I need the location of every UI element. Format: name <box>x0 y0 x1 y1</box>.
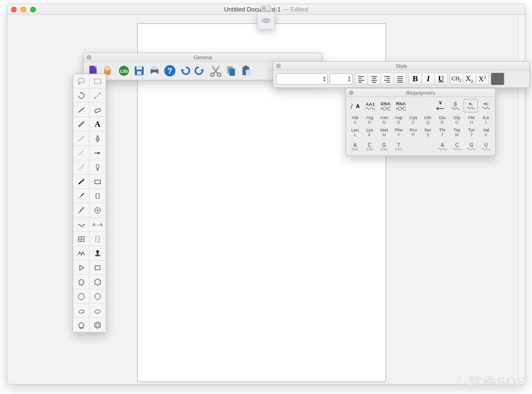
print-button[interactable] <box>148 64 161 77</box>
general-toolbar-title[interactable]: General <box>84 53 322 62</box>
dna-base-G[interactable]: G <box>377 140 391 153</box>
biopolymers-toolbar-title[interactable]: Biopolymers <box>346 88 495 97</box>
undo-button[interactable] <box>178 64 192 77</box>
rna-base-C[interactable]: C <box>450 140 464 153</box>
dconfig-button[interactable]: ▾D <box>479 99 493 112</box>
amino-acid-L[interactable]: LeuL <box>348 126 362 138</box>
formula-button[interactable]: CH2 <box>450 73 463 85</box>
text-tool[interactable]: A <box>89 117 106 131</box>
amino-acid-S[interactable]: SerS <box>421 126 435 138</box>
align-right-button[interactable] <box>380 73 394 85</box>
close-style-toolbar-button[interactable] <box>276 64 281 68</box>
rectangle-tool[interactable] <box>89 175 106 189</box>
pentagon-tool[interactable] <box>73 275 89 289</box>
benzene-tool[interactable] <box>89 318 106 332</box>
align-left-button[interactable] <box>355 73 368 85</box>
redo-button[interactable] <box>194 64 207 77</box>
lasso-tool[interactable] <box>73 74 89 88</box>
cut-button[interactable] <box>209 64 222 77</box>
zoom-window-button[interactable] <box>30 7 36 12</box>
amino-acid-A[interactable]: AlaA <box>348 113 362 126</box>
amino-acid-E[interactable]: GluE <box>435 113 449 126</box>
font-size-combo[interactable]: ▲▼ <box>330 73 353 85</box>
heptagon-tool[interactable] <box>73 289 89 304</box>
amino-acid-R[interactable]: ArgR <box>362 113 377 126</box>
bold-button[interactable]: B <box>409 73 422 85</box>
help-button[interactable]: ? <box>163 64 177 77</box>
superscript-button[interactable]: X2 <box>476 73 489 85</box>
amino-acid-F[interactable]: PheF <box>391 126 406 138</box>
floating-mini-toolbar[interactable] <box>257 11 275 30</box>
amino-acid-P[interactable]: ProP <box>406 126 421 138</box>
shape2-tool[interactable] <box>89 304 106 318</box>
amino-acid-Y[interactable]: TyrY <box>464 126 478 138</box>
nterm-button[interactable]: ¥ <box>433 99 447 112</box>
beta-button[interactable]: β <box>448 99 463 112</box>
hexagon-tool[interactable] <box>89 275 106 289</box>
pentagon2-tool[interactable] <box>73 318 89 332</box>
dna-base-T[interactable]: T <box>391 140 406 153</box>
text-color-swatch[interactable] <box>491 73 504 85</box>
rna-base-U[interactable]: U <box>479 140 493 153</box>
multi-bond-tool[interactable] <box>73 117 89 131</box>
single-bond-tool[interactable] <box>73 103 89 117</box>
amino-acid-W[interactable]: TrpW <box>450 126 464 138</box>
bold-bond-tool[interactable] <box>73 175 89 189</box>
eraser-tool[interactable] <box>89 103 106 117</box>
font-family-combo[interactable]: ▲▼ <box>276 73 328 85</box>
amino-acid-H[interactable]: HisH <box>464 113 478 126</box>
marquee-tool[interactable] <box>89 74 106 88</box>
italic-button[interactable]: I <box>421 73 435 85</box>
dna-base-A[interactable]: A <box>348 140 362 153</box>
orbital-tool[interactable] <box>89 160 106 175</box>
stamp-tool[interactable] <box>89 246 106 261</box>
atom-label-tool[interactable]: A→A <box>89 218 106 232</box>
bond-edit-tool[interactable] <box>89 88 106 103</box>
hollow-wedge-tool[interactable] <box>73 203 89 218</box>
underline-button[interactable]: U <box>434 73 448 85</box>
chem3d-button[interactable]: C3D <box>117 64 131 77</box>
dna-mode-button[interactable]: DNA <box>378 99 393 112</box>
wedge-bond-tool[interactable] <box>73 189 89 203</box>
align-justify-button[interactable] <box>393 73 407 85</box>
mini-toolbar-handle[interactable] <box>261 5 271 11</box>
dna-base-C[interactable]: C <box>362 140 377 153</box>
amino-acid-I[interactable]: ILeI <box>479 113 493 126</box>
hash-bond-tool[interactable] <box>73 146 89 160</box>
amino-acid-C[interactable]: CysC <box>406 113 421 126</box>
paste-button[interactable] <box>240 64 253 77</box>
amino-acid-G[interactable]: GlyG <box>450 113 464 126</box>
bracket-tool[interactable] <box>89 189 106 203</box>
close-general-toolbar-button[interactable] <box>87 55 91 60</box>
arrow-tool[interactable] <box>89 146 106 160</box>
play-tool[interactable] <box>73 261 89 275</box>
sequence-tool[interactable]: A <box>348 99 362 112</box>
amino-acid-M[interactable]: MetM <box>377 126 391 138</box>
amino-acid-N[interactable]: AsnN <box>377 113 391 126</box>
rna-base-A[interactable]: A <box>435 140 449 153</box>
hash-wedge-tool[interactable] <box>73 160 89 175</box>
chemical-symbol-tool[interactable] <box>89 203 106 218</box>
table-tool[interactable] <box>73 232 89 246</box>
close-biopolymers-toolbar-button[interactable] <box>349 90 354 95</box>
chain-tool[interactable] <box>73 246 89 261</box>
amino-acid-K[interactable]: LysK <box>362 126 377 138</box>
close-window-button[interactable] <box>11 7 17 12</box>
save-button[interactable] <box>133 64 146 77</box>
pen-tool[interactable] <box>89 131 106 146</box>
align-center-button[interactable] <box>367 73 381 85</box>
subscript-button[interactable]: X2 <box>463 73 476 85</box>
style-toolbar-title[interactable]: Style <box>273 62 530 70</box>
rotate-tool[interactable] <box>73 88 89 103</box>
shape1-tool[interactable] <box>73 304 89 318</box>
minimize-window-button[interactable] <box>21 7 26 12</box>
lconfig-button[interactable]: ▾L <box>464 99 478 112</box>
aa1-mode-button[interactable]: AA1 <box>363 99 377 112</box>
rna-mode-button[interactable]: RNA <box>394 99 408 112</box>
amino-acid-D[interactable]: AspD <box>391 113 406 126</box>
amino-acid-V[interactable]: ValV <box>479 126 493 138</box>
amino-acid-Q[interactable]: GlnQ <box>421 113 435 126</box>
rna-base-G[interactable]: G <box>464 140 478 153</box>
octagon-tool[interactable] <box>89 289 106 304</box>
wavy-bond-tool[interactable] <box>73 218 89 232</box>
